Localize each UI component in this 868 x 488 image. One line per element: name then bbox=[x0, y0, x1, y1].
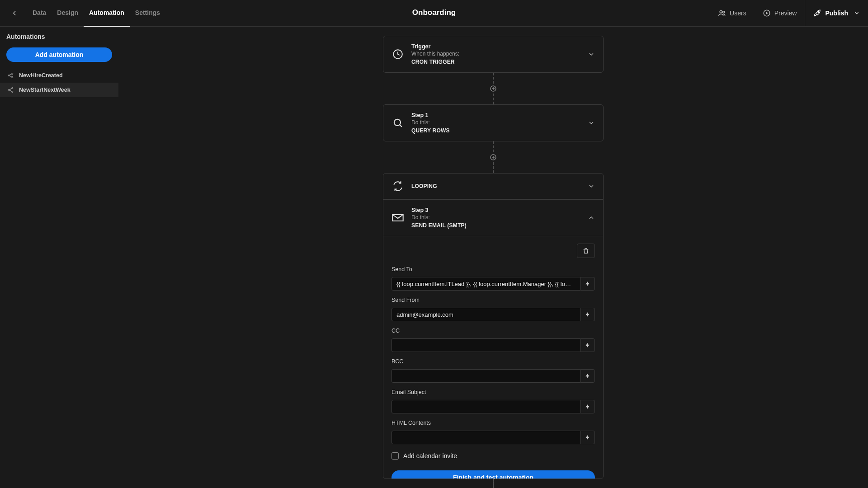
users-icon bbox=[718, 9, 726, 17]
step1-label: Step 1 bbox=[411, 112, 580, 118]
sidebar: Automations Add automation NewHireCreate… bbox=[0, 27, 118, 488]
svg-point-12 bbox=[394, 119, 401, 126]
subject-input[interactable] bbox=[392, 400, 580, 413]
svg-point-7 bbox=[9, 89, 10, 91]
bcc-binding-button[interactable] bbox=[580, 369, 595, 383]
svg-point-8 bbox=[12, 88, 13, 89]
top-bar-right: Users Preview Publish bbox=[710, 0, 868, 27]
step1-expand[interactable] bbox=[588, 119, 595, 127]
send-to-row bbox=[392, 277, 595, 291]
html-row bbox=[392, 431, 595, 444]
connector bbox=[383, 141, 604, 173]
tab-settings[interactable]: Settings bbox=[130, 0, 165, 27]
bolt-icon bbox=[585, 311, 591, 318]
connector-line bbox=[493, 479, 494, 488]
preview-label: Preview bbox=[774, 9, 797, 17]
step1-titles: Step 1 Do this: QUERY ROWS bbox=[411, 112, 580, 134]
bolt-icon bbox=[585, 373, 591, 379]
add-step-button[interactable] bbox=[489, 153, 497, 161]
clock-icon bbox=[392, 48, 404, 61]
html-input[interactable] bbox=[392, 431, 580, 444]
cc-label: CC bbox=[392, 328, 595, 334]
chevron-down-icon bbox=[588, 119, 595, 127]
trigger-label: Trigger bbox=[411, 43, 580, 50]
step3-card-header[interactable]: Step 3 Do this: SEND EMAIL (SMTP) bbox=[383, 199, 603, 236]
bolt-icon bbox=[585, 281, 591, 287]
trigger-expand[interactable] bbox=[588, 51, 595, 58]
tab-design[interactable]: Design bbox=[52, 0, 84, 27]
connector bbox=[383, 73, 604, 104]
rocket-icon bbox=[813, 9, 821, 17]
bolt-icon bbox=[585, 404, 591, 410]
connector bbox=[383, 479, 604, 488]
share-icon bbox=[7, 72, 14, 79]
calendar-invite-row: Add calendar invite bbox=[392, 452, 595, 460]
search-icon bbox=[392, 117, 404, 129]
tab-label: Design bbox=[57, 9, 78, 16]
tab-automation[interactable]: Automation bbox=[84, 0, 130, 27]
add-step-button[interactable] bbox=[489, 84, 497, 93]
automation-flow: Trigger When this happens: CRON TRIGGER bbox=[383, 36, 604, 488]
loop-block: LOOPING Step 3 Do this: SEND EMAIL (SMTP… bbox=[383, 173, 604, 479]
send-from-row bbox=[392, 308, 595, 321]
html-label: HTML Contents bbox=[392, 420, 595, 426]
send-to-binding-button[interactable] bbox=[580, 277, 595, 291]
step3-toolbar bbox=[392, 244, 595, 258]
svg-point-0 bbox=[720, 10, 722, 13]
step3-collapse[interactable] bbox=[588, 214, 595, 221]
subject-binding-button[interactable] bbox=[580, 400, 595, 413]
trigger-titles: Trigger When this happens: CRON TRIGGER bbox=[411, 43, 580, 65]
svg-point-3 bbox=[818, 12, 819, 13]
connector-line bbox=[493, 73, 494, 84]
step3-type: SEND EMAIL (SMTP) bbox=[411, 222, 580, 229]
send-to-label: Send To bbox=[392, 266, 595, 272]
finish-test-button[interactable]: Finish and test automation bbox=[392, 470, 595, 479]
users-button[interactable]: Users bbox=[710, 0, 755, 27]
delete-step-button[interactable] bbox=[577, 244, 595, 258]
send-from-binding-button[interactable] bbox=[580, 308, 595, 321]
chevron-down-icon bbox=[588, 51, 595, 58]
step1-sub: Do this: bbox=[411, 119, 580, 126]
calendar-invite-checkbox[interactable] bbox=[392, 452, 399, 460]
step1-card-header[interactable]: Step 1 Do this: QUERY ROWS bbox=[383, 105, 603, 141]
tab-label: Settings bbox=[135, 9, 160, 16]
cc-row bbox=[392, 338, 595, 352]
svg-point-9 bbox=[12, 91, 13, 93]
cc-input[interactable] bbox=[392, 338, 580, 352]
publish-button[interactable]: Publish bbox=[805, 0, 868, 27]
send-to-input[interactable] bbox=[392, 277, 580, 291]
loop-header[interactable]: LOOPING bbox=[383, 174, 603, 199]
play-circle-icon bbox=[763, 9, 771, 17]
send-from-label: Send From bbox=[392, 297, 595, 303]
bcc-input[interactable] bbox=[392, 369, 580, 383]
share-icon bbox=[7, 86, 14, 94]
trigger-card-header[interactable]: Trigger When this happens: CRON TRIGGER bbox=[383, 36, 603, 72]
subject-label: Email Subject bbox=[392, 389, 595, 395]
add-automation-button[interactable]: Add automation bbox=[6, 47, 112, 62]
subject-row bbox=[392, 400, 595, 413]
cc-binding-button[interactable] bbox=[580, 338, 595, 352]
tab-label: Automation bbox=[89, 9, 124, 16]
sidebar-item[interactable]: NewStartNextWeek bbox=[0, 83, 118, 97]
chevron-down-icon bbox=[588, 183, 595, 190]
sidebar-item[interactable]: NewHireCreated bbox=[0, 68, 118, 83]
back-button[interactable] bbox=[7, 6, 22, 20]
sidebar-item-label: NewHireCreated bbox=[19, 72, 63, 79]
mail-icon bbox=[392, 211, 404, 224]
send-from-input[interactable] bbox=[392, 308, 580, 321]
plus-circle-icon bbox=[489, 84, 497, 93]
svg-point-4 bbox=[9, 75, 10, 76]
loop-expand[interactable] bbox=[588, 183, 595, 190]
trash-icon bbox=[582, 247, 590, 254]
tab-data[interactable]: Data bbox=[27, 0, 52, 27]
preview-button[interactable]: Preview bbox=[755, 0, 805, 27]
automation-canvas[interactable]: Trigger When this happens: CRON TRIGGER bbox=[118, 27, 868, 488]
html-binding-button[interactable] bbox=[580, 431, 595, 444]
users-label: Users bbox=[730, 9, 746, 17]
main-tabs: Data Design Automation Settings bbox=[27, 0, 165, 27]
bolt-icon bbox=[585, 434, 591, 441]
trigger-type: CRON TRIGGER bbox=[411, 59, 580, 65]
arrow-left-icon bbox=[10, 9, 19, 17]
connector-line bbox=[493, 141, 494, 152]
tab-label: Data bbox=[33, 9, 46, 16]
